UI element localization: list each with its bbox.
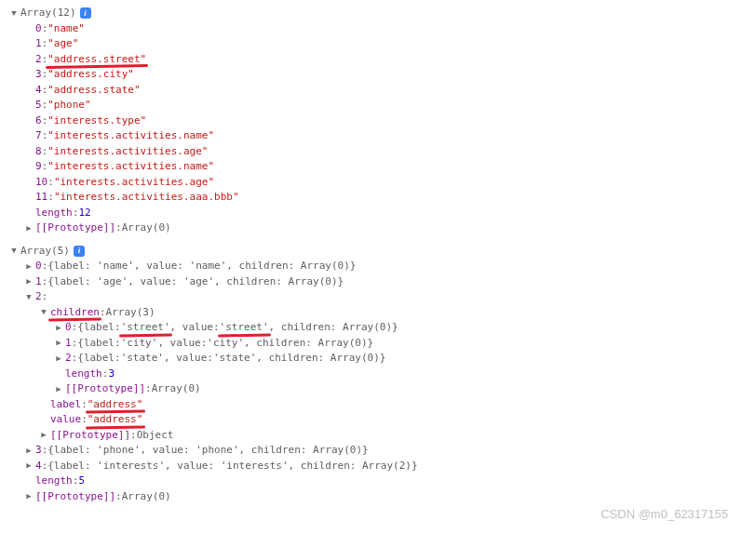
object-summary: {label: 'interests', value: 'interests',… <box>47 459 417 474</box>
chevron-right-icon[interactable]: ▶ <box>54 337 63 350</box>
index-label: 8 <box>35 144 42 160</box>
length-label: length <box>35 474 73 489</box>
proto-row[interactable]: ▶ [[Prototype]]: Object <box>39 428 747 444</box>
index-label: 2 <box>65 351 72 367</box>
string-value: "age" <box>47 36 78 52</box>
index-label: 3 <box>35 443 42 459</box>
tree-row: ▶2: "address.street" <box>24 52 747 68</box>
index-label: 1 <box>35 36 42 52</box>
tree-row: ▶3: "address.city" <box>24 67 747 83</box>
array-5-proto-row[interactable]: ▶ [[Prototype]]: Array(0) <box>24 489 747 505</box>
length-value: 5 <box>78 474 85 489</box>
info-icon[interactable]: i <box>74 246 85 257</box>
chevron-right-icon[interactable]: ▶ <box>54 353 63 366</box>
chevron-right-icon[interactable]: ▶ <box>24 222 34 235</box>
string-value: "interests.type" <box>47 113 146 129</box>
index-label: 5 <box>35 98 42 113</box>
tree-row: ▶8: "interests.activities.age" <box>24 144 747 160</box>
watermark-text: CSDN @m0_62317155 <box>601 505 728 511</box>
array-5-length-row: ▶ length: 5 <box>24 474 747 489</box>
string-value: "name" <box>47 21 85 37</box>
value-row: ▶ value: "address" <box>39 412 747 428</box>
chevron-right-icon[interactable]: ▶ <box>24 460 34 473</box>
chevron-down-icon[interactable]: ▼ <box>39 306 48 319</box>
tree-row: ▶11: "interests.activities.aaa.bbb" <box>24 190 747 206</box>
console-array-12: ▼ Array(12) i ▶0: "name"▶1: "age"▶2: "ad… <box>9 6 747 236</box>
prototype-label: [[Prototype]] <box>65 381 145 397</box>
tree-row: ▶6: "interests.type" <box>24 113 747 129</box>
value-value: 'street' <box>220 320 269 336</box>
array-5-header: Array(5) <box>20 244 70 260</box>
tree-row: ▶0: "name" <box>24 21 747 37</box>
label-value: 'city' <box>121 336 158 352</box>
label-value: 'street' <box>121 320 170 336</box>
value-value: 'city' <box>207 336 244 352</box>
prototype-label: [[Prototype]] <box>35 489 115 505</box>
tree-row[interactable]: ▶1: {label: 'city', value: 'city', child… <box>54 336 747 352</box>
string-value: "interests.activities.name" <box>47 159 214 175</box>
index-label: 0 <box>35 21 42 37</box>
tree-row-expanded[interactable]: ▼ 2: <box>24 289 747 305</box>
children-length-row: ▶ length: 3 <box>54 367 747 382</box>
label-value: "address" <box>88 397 143 413</box>
index-label: 2 <box>35 52 42 68</box>
chevron-right-icon[interactable]: ▶ <box>24 275 34 288</box>
string-value: "phone" <box>47 98 90 113</box>
console-array-5: ▼ Array(5) i ▶ 0: {label: 'name', value:… <box>9 244 747 505</box>
index-label: 1 <box>65 336 72 352</box>
tree-row: ▶9: "interests.activities.name" <box>24 159 747 175</box>
chevron-down-icon[interactable]: ▼ <box>9 7 19 20</box>
array-5-header-row[interactable]: ▼ Array(5) i <box>9 244 747 260</box>
chevron-right-icon[interactable]: ▶ <box>39 429 48 442</box>
string-value: "interests.activities.age" <box>54 175 214 191</box>
tree-row[interactable]: ▶ 4: {label: 'interests', value: 'intere… <box>24 459 747 474</box>
index-label: 4 <box>35 83 42 99</box>
tree-row: ▶7: "interests.activities.name" <box>24 128 747 144</box>
value-key: value <box>50 412 81 428</box>
index-label: 11 <box>35 190 47 206</box>
chevron-right-icon[interactable]: ▶ <box>54 322 63 335</box>
children-row[interactable]: ▼ children: Array(3) <box>39 305 747 321</box>
prototype-value: Array(0) <box>152 381 201 397</box>
chevron-right-icon[interactable]: ▶ <box>24 260 34 274</box>
chevron-down-icon[interactable]: ▼ <box>9 245 19 258</box>
tree-row: ▶10: "interests.activities.age" <box>24 175 747 191</box>
tree-row[interactable]: ▶ 3: {label: 'phone', value: 'phone', ch… <box>24 443 747 459</box>
chevron-right-icon[interactable]: ▶ <box>24 445 34 458</box>
index-label: 10 <box>35 175 47 191</box>
array-12-proto-row[interactable]: ▶ [[Prototype]]: Array(0) <box>24 220 747 236</box>
label-key: label <box>50 397 81 413</box>
prototype-value: Array(0) <box>122 489 171 505</box>
string-value: "address.city" <box>47 67 134 83</box>
string-value: "interests.activities.aaa.bbb" <box>54 190 239 206</box>
children-proto-row[interactable]: ▶ [[Prototype]]: Array(0) <box>54 381 747 397</box>
length-label: length <box>65 367 102 382</box>
value-value: 'state' <box>213 351 256 367</box>
chevron-right-icon[interactable]: ▶ <box>54 383 63 396</box>
label-row: ▶ label: "address" <box>39 397 747 413</box>
length-value: 12 <box>78 206 90 221</box>
object-summary: {label: 'age', value: 'age', children: A… <box>47 274 344 290</box>
prototype-label: [[Prototype]] <box>35 220 115 236</box>
index-label: 0 <box>65 320 72 336</box>
prototype-label: [[Prototype]] <box>50 428 130 444</box>
chevron-down-icon[interactable]: ▼ <box>24 291 34 304</box>
object-summary: {label: 'name', value: 'name', children:… <box>47 259 356 274</box>
tree-row[interactable]: ▶0: {label: 'street', value: 'street', c… <box>54 320 747 336</box>
index-label: 0 <box>35 259 42 274</box>
tree-row[interactable]: ▶ 0: {label: 'name', value: 'name', chil… <box>24 259 747 274</box>
chevron-right-icon[interactable]: ▶ <box>24 490 34 503</box>
tree-row[interactable]: ▶2: {label: 'state', value: 'state', chi… <box>54 351 747 367</box>
value-value: "address" <box>88 412 143 428</box>
string-value: "interests.activities.name" <box>47 128 214 144</box>
tree-row: ▶1: "age" <box>24 36 747 52</box>
children-label: children <box>50 305 100 321</box>
index-label: 9 <box>35 159 42 175</box>
info-icon[interactable]: i <box>80 7 91 19</box>
array-12-header-row[interactable]: ▼ Array(12) i <box>9 6 747 21</box>
array-12-header: Array(12) <box>20 6 76 21</box>
children-value: Array(3) <box>106 305 155 321</box>
index-label: 6 <box>35 113 42 129</box>
string-value: "address.street" <box>47 52 146 68</box>
tree-row[interactable]: ▶ 1: {label: 'age', value: 'age', childr… <box>24 274 747 290</box>
